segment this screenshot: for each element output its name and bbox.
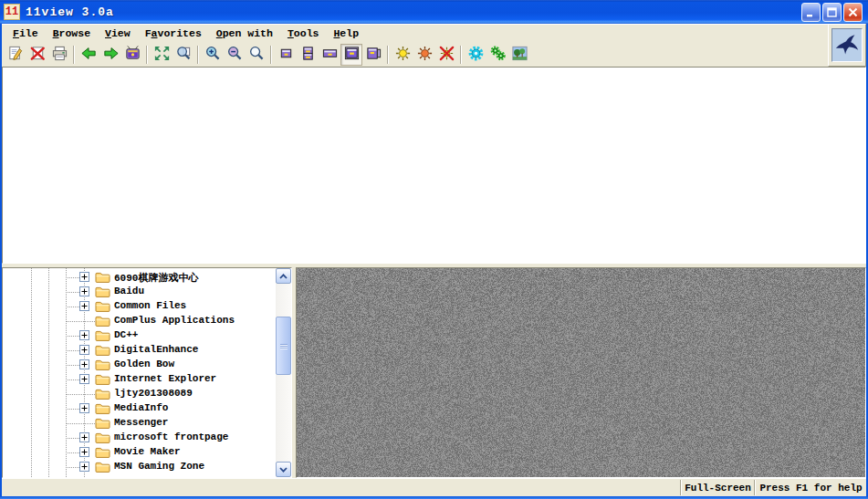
view-horizontal-split-button[interactable] <box>319 44 340 66</box>
status-bar: Full-Screen Press F1 for help <box>2 478 866 496</box>
tree-connector <box>66 307 79 307</box>
expand-plus-icon[interactable] <box>79 330 89 340</box>
brightness-up-button[interactable] <box>392 44 413 66</box>
zoom-out-button[interactable] <box>224 44 246 66</box>
window-border-left <box>0 24 2 499</box>
swallow-logo-icon <box>831 28 863 62</box>
chrome-row: FileBrowseViewFavoritesOpen withToolsHel… <box>2 24 866 67</box>
menu-bar: FileBrowseViewFavoritesOpen withToolsHel… <box>2 24 828 42</box>
view-single-button[interactable] <box>275 44 297 66</box>
menu-item-browse[interactable]: Browse <box>46 26 98 41</box>
toolbar-separator <box>197 46 199 64</box>
close-button[interactable] <box>843 3 863 22</box>
tree-item-label: ComPlus Applications <box>114 315 235 326</box>
folder-tree-pane: 6090棋牌游戏中心BaiduCommon FilesComPlus Appli… <box>2 267 292 478</box>
tree-item[interactable]: microsoft frontpage <box>3 431 276 445</box>
tree-item[interactable]: MediaInfo <box>3 401 276 416</box>
tree-connector <box>66 423 95 424</box>
full-screen-button[interactable] <box>151 44 173 66</box>
tree-item[interactable]: Internet Explorer <box>3 372 276 387</box>
tree-item[interactable]: ComPlus Applications <box>3 314 276 328</box>
scroll-up-button[interactable] <box>276 268 291 284</box>
delete-button[interactable] <box>26 44 48 66</box>
toolbar-separator <box>270 46 272 64</box>
brightness-down-button[interactable] <box>413 44 435 66</box>
expand-plus-icon[interactable] <box>79 374 89 384</box>
tree-item[interactable]: Golden Bow <box>3 358 276 372</box>
back-button[interactable] <box>78 44 99 66</box>
menu-item-favorites[interactable]: Favorites <box>138 26 209 41</box>
tree-connector <box>66 350 79 351</box>
expand-plus-icon[interactable] <box>79 286 89 296</box>
tree-item[interactable]: ljty201308089 <box>3 387 276 401</box>
landscape-icon <box>511 45 528 65</box>
title-bar: 11 11view 3.0a <box>0 0 868 24</box>
tree-item-label: Internet Explorer <box>114 373 216 384</box>
menu-item-file[interactable]: File <box>5 26 46 41</box>
tree-item[interactable]: Baidu <box>3 285 276 299</box>
toolbar-separator <box>73 46 75 64</box>
menu-item-tools[interactable]: Tools <box>280 26 327 41</box>
edit-button[interactable] <box>5 44 26 66</box>
tree-item[interactable]: Common Files <box>3 299 276 314</box>
expand-plus-icon[interactable] <box>79 359 89 369</box>
forward-button[interactable] <box>99 44 121 66</box>
expand-plus-icon[interactable] <box>79 403 89 413</box>
expand-plus-icon[interactable] <box>79 301 89 311</box>
client-area: FileBrowseViewFavoritesOpen withToolsHel… <box>2 24 866 496</box>
menu-item-help[interactable]: Help <box>326 26 366 41</box>
wallpaper-button[interactable] <box>508 44 530 66</box>
sun-yellow-icon <box>394 45 412 65</box>
tree-item-label: Movie Maker <box>114 446 181 457</box>
tree-connector <box>66 438 79 439</box>
delete-icon <box>29 45 47 65</box>
tree-item[interactable]: Movie Maker <box>3 445 276 460</box>
tree-connector <box>66 292 79 293</box>
expand-plus-icon[interactable] <box>79 447 89 457</box>
expand-plus-icon[interactable] <box>79 462 89 472</box>
menu-item-view[interactable]: View <box>98 26 138 41</box>
expand-plus-icon[interactable] <box>79 345 89 355</box>
app-icon[interactable]: 11 <box>4 4 20 20</box>
slideshow-button[interactable] <box>121 44 143 66</box>
view-vertical-split-button[interactable] <box>297 44 319 66</box>
expand-plus-icon[interactable] <box>79 272 89 282</box>
expand-arrows-icon <box>153 45 171 65</box>
tree-vertical-scrollbar[interactable] <box>276 268 291 477</box>
menu-item-open-with[interactable]: Open with <box>209 26 280 41</box>
batch-button[interactable] <box>486 44 508 66</box>
zoom-in-button[interactable] <box>202 44 224 66</box>
view-window-icon <box>343 45 361 65</box>
view-browse-button[interactable] <box>362 44 384 66</box>
tree-item[interactable]: 6090棋牌游戏中心 <box>3 270 276 285</box>
gear-cyan-icon <box>467 45 485 65</box>
view-vsplit-icon <box>299 45 317 65</box>
tree-item[interactable]: DC++ <box>3 328 276 343</box>
tree-item-label: Golden Bow <box>114 359 174 369</box>
scrollbar-thumb[interactable] <box>276 317 291 375</box>
scroll-down-button[interactable] <box>276 462 291 477</box>
tree-item[interactable]: MSN Gaming Zone <box>3 460 276 474</box>
tree-connector <box>66 467 79 468</box>
print-button[interactable] <box>48 44 70 66</box>
maximize-button[interactable] <box>822 3 842 22</box>
tree-item-label: Common Files <box>114 300 186 311</box>
tree-connector <box>66 277 79 278</box>
view-full-window-button[interactable] <box>340 44 362 66</box>
sun-orange-icon <box>416 45 434 65</box>
toolbar-separator <box>387 46 389 64</box>
tree-connector <box>66 321 95 322</box>
zoom-lock-button[interactable] <box>173 44 194 66</box>
tree-item-label: DC++ <box>114 329 138 340</box>
toolbar-separator <box>460 46 462 64</box>
app-window: 11 11view 3.0a FileBrowseViewFavoritesOp… <box>0 0 868 499</box>
tree-item[interactable]: DigitalEnhance <box>3 343 276 358</box>
minimize-button[interactable] <box>801 3 821 22</box>
tv-icon <box>124 45 141 65</box>
printer-icon <box>51 45 68 65</box>
tree-item[interactable]: Messenger <box>3 416 276 431</box>
zoom-original-button[interactable] <box>246 44 267 66</box>
settings-button[interactable] <box>465 44 486 66</box>
expand-plus-icon[interactable] <box>79 432 89 442</box>
reset-adjust-button[interactable] <box>435 44 457 66</box>
